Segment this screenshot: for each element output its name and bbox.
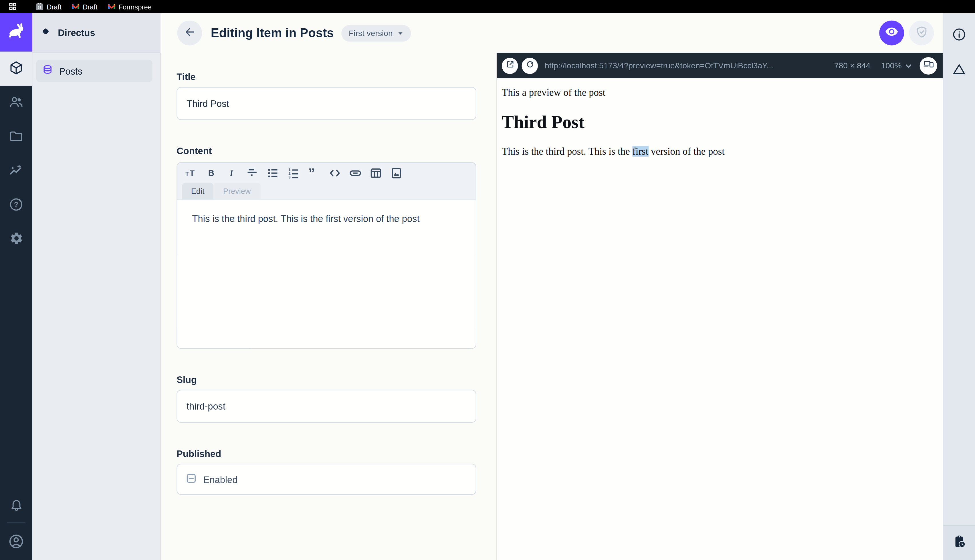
insights-icon xyxy=(8,162,23,180)
gmail-icon xyxy=(72,3,80,11)
back-button[interactable] xyxy=(177,21,202,45)
browser-top-bar: 31 Draft Draft Formspree xyxy=(0,0,975,13)
notifications-bell-icon xyxy=(9,497,23,514)
browser-tab-draft-1[interactable]: 31 Draft xyxy=(35,3,62,11)
blockquote-icon[interactable]: ” xyxy=(307,166,322,180)
numbered-list-icon[interactable]: 123 xyxy=(286,166,301,180)
svg-text:?: ? xyxy=(14,200,18,208)
italic-icon[interactable]: I xyxy=(225,166,240,180)
info-icon xyxy=(952,27,967,44)
browser-tab-draft-2[interactable]: Draft xyxy=(72,3,98,11)
devices-icon xyxy=(923,59,934,72)
live-preview-panel: http://localhost:5173/4?preview=true&tok… xyxy=(496,53,943,560)
module-settings[interactable] xyxy=(0,223,32,257)
revisions-sidebar-button[interactable] xyxy=(943,525,975,560)
strikethrough-icon[interactable] xyxy=(245,166,260,180)
chevron-down-icon xyxy=(397,30,403,36)
info-sidebar-button[interactable] xyxy=(945,22,973,49)
preview-paragraph: This is the third post. This is the firs… xyxy=(502,146,938,157)
preview-iframe[interactable]: This a preview of the post Third Post Th… xyxy=(497,78,943,560)
page-title: Editing Item in Posts xyxy=(211,26,334,40)
eye-icon xyxy=(885,25,898,41)
table-icon[interactable] xyxy=(368,166,383,180)
module-help[interactable]: ? xyxy=(0,188,32,223)
refresh-icon xyxy=(525,60,534,72)
help-icon: ? xyxy=(8,197,23,214)
editor-tabs: Edit Preview xyxy=(177,183,475,200)
bold-icon[interactable]: B xyxy=(204,166,219,180)
field-label-content: Content xyxy=(177,146,476,157)
checkbox-indeterminate-icon[interactable] xyxy=(186,473,197,486)
directus-rabbit-icon xyxy=(6,21,26,43)
module-files[interactable] xyxy=(0,120,32,154)
sidebar-item-posts[interactable]: Posts xyxy=(36,60,152,82)
collection-nav: Posts xyxy=(32,53,160,82)
diamond-icon xyxy=(40,25,52,40)
svg-text:T: T xyxy=(185,171,188,177)
gmail-icon xyxy=(107,3,115,11)
device-size-button[interactable] xyxy=(920,57,937,74)
live-preview-button[interactable] xyxy=(879,21,904,45)
arrow-left-icon xyxy=(183,25,196,41)
preview-intro-text: This a preview of the post xyxy=(502,87,938,98)
project-name: Directus xyxy=(58,27,95,38)
preview-heading: Third Post xyxy=(502,112,938,132)
refresh-button[interactable] xyxy=(522,57,538,74)
version-label: First version xyxy=(349,28,393,38)
directus-logo[interactable] xyxy=(0,13,32,52)
users-icon xyxy=(8,94,23,112)
nav-sidebar: Directus Posts xyxy=(32,13,160,560)
field-label-title: Title xyxy=(177,72,476,83)
heading-icon[interactable]: TT xyxy=(183,166,198,180)
warning-triangle-icon xyxy=(952,62,967,78)
page-header: Editing Item in Posts First version xyxy=(160,13,943,53)
project-chooser[interactable]: Directus xyxy=(32,13,160,53)
preview-url[interactable]: http://localhost:5173/4?preview=true&tok… xyxy=(545,61,828,70)
code-icon[interactable] xyxy=(327,166,342,180)
calendar-icon: 31 xyxy=(35,3,43,11)
image-icon[interactable] xyxy=(388,166,403,180)
module-insights[interactable] xyxy=(0,154,32,188)
svg-text:”: ” xyxy=(308,167,315,180)
published-toggle[interactable]: Enabled xyxy=(177,463,476,495)
module-content[interactable] xyxy=(0,52,32,86)
field-label-slug: Slug xyxy=(177,374,476,385)
right-sidebar-rail xyxy=(943,13,975,560)
notifications-button[interactable] xyxy=(0,490,32,520)
screen: 31 Draft Draft Formspree xyxy=(0,0,975,560)
share-button[interactable] xyxy=(909,21,934,45)
account-button[interactable] xyxy=(0,525,32,560)
module-rail: ? xyxy=(0,13,32,560)
editor-toolbar: TT B I xyxy=(177,163,475,183)
zoom-value: 100% xyxy=(881,61,902,70)
clipboard-clock-icon xyxy=(952,534,967,552)
open-in-new-button[interactable] xyxy=(502,57,518,74)
database-icon xyxy=(42,64,53,78)
warnings-sidebar-button[interactable] xyxy=(945,57,973,84)
bullet-list-icon[interactable] xyxy=(265,166,280,180)
svg-text:I: I xyxy=(229,168,233,178)
title-input[interactable] xyxy=(177,87,476,120)
version-dropdown[interactable]: First version xyxy=(341,25,411,42)
open-in-new-icon xyxy=(505,60,515,72)
settings-gear-icon xyxy=(9,232,23,248)
slug-input[interactable] xyxy=(177,390,476,423)
zoom-dropdown[interactable]: 100% xyxy=(881,61,912,70)
svg-text:31: 31 xyxy=(37,5,42,9)
apps-grid-icon[interactable] xyxy=(8,3,17,11)
tab-edit[interactable]: Edit xyxy=(182,183,213,200)
content-textarea[interactable]: This is the third post. This is the firs… xyxy=(177,200,475,348)
browser-tab-label: Formspree xyxy=(118,3,152,10)
markdown-editor: TT B I xyxy=(177,162,476,348)
field-label-published: Published xyxy=(177,448,476,459)
rail-divider xyxy=(7,522,25,523)
browser-tab-label: Draft xyxy=(83,3,98,10)
browser-tab-formspree[interactable]: Formspree xyxy=(107,3,152,11)
tab-preview[interactable]: Preview xyxy=(213,183,261,200)
svg-text:B: B xyxy=(208,168,214,178)
link-icon[interactable] xyxy=(348,166,362,180)
module-users[interactable] xyxy=(0,86,32,120)
item-form: Title Content TT B xyxy=(160,53,497,560)
preview-dimensions: 780 × 844 xyxy=(834,61,870,70)
preview-toolbar: http://localhost:5173/4?preview=true&tok… xyxy=(497,53,943,78)
